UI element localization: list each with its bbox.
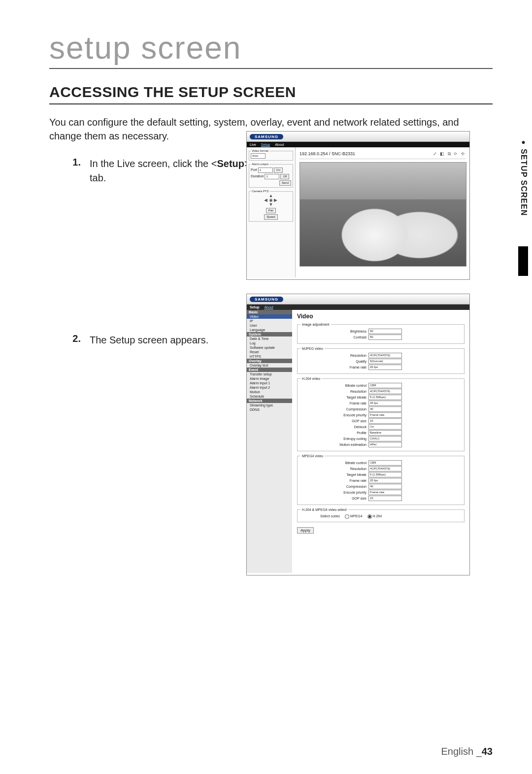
- nav-item-video[interactable]: Video: [247, 314, 292, 319]
- brand-bar: SAMSUNG: [247, 294, 469, 304]
- step-text: The Setup screen appears.: [90, 333, 252, 347]
- h264-entropy-select[interactable]: CAVLC: [368, 436, 402, 441]
- footer-language: English: [441, 746, 473, 757]
- nav-item-streaming-type[interactable]: Streaming type: [247, 403, 292, 407]
- h264-entropy-label: Entropy coding: [343, 437, 366, 440]
- nav-item-alarm-input-1[interactable]: Alarm input 1: [247, 381, 292, 385]
- tab-about[interactable]: About: [275, 143, 284, 146]
- ptz-pan-button[interactable]: Pan: [266, 208, 276, 213]
- tab-setup[interactable]: Setup: [250, 305, 259, 309]
- ptz-speed-button[interactable]: Speed: [264, 214, 277, 220]
- side-tab-label: SETUP SCREEN: [519, 138, 528, 216]
- tab-setup[interactable]: Setup: [261, 143, 270, 146]
- video-format-select[interactable]: Auto: [251, 153, 266, 159]
- contrast-label: Contrast: [354, 336, 366, 339]
- alarm-on-button[interactable]: On: [274, 168, 283, 173]
- h264-motion-est-select[interactable]: HPel: [368, 442, 402, 447]
- image-adjustment-group: Image adjustment Brightness50 Contrast50: [297, 323, 465, 344]
- alarm-off-button[interactable]: Off: [280, 174, 289, 179]
- section-title: ACCESSING THE SETUP SCREEN: [49, 84, 493, 104]
- mpeg4-bitrate-control-select[interactable]: CBR: [368, 460, 402, 466]
- mpeg4-encode-priority-select[interactable]: Frame rate: [368, 490, 402, 495]
- page-footer: English _43: [441, 746, 493, 757]
- mpeg4-framerate-select[interactable]: 25 fps: [368, 478, 402, 483]
- nav-item-ip[interactable]: IP: [247, 319, 292, 323]
- nav-group-basic: Basic: [247, 310, 292, 314]
- h264-deblock-label: Deblock: [354, 425, 366, 429]
- video-format-group: Video format Auto: [249, 149, 293, 161]
- brightness-label: Brightness: [350, 330, 366, 333]
- nav-item-alarm-input-2[interactable]: Alarm input 2: [247, 385, 292, 390]
- brightness-select[interactable]: 50: [368, 329, 402, 334]
- ptz-pad[interactable]: ▲◀ ◉ ▶▼: [251, 194, 291, 207]
- nav-item-reset[interactable]: Reset: [247, 350, 292, 354]
- mjpeg-quality-select[interactable]: 5(Normal): [368, 359, 402, 364]
- mpeg4-gop-select[interactable]: 15: [368, 496, 402, 501]
- nav-item-datetime[interactable]: Date & Time: [247, 337, 292, 341]
- nav-item-transfer-setup[interactable]: Transfer setup: [247, 372, 292, 376]
- nav-item-ddns[interactable]: DDNS: [247, 407, 292, 412]
- nav-item-language[interactable]: Language: [247, 328, 292, 332]
- step-1-bold: Setup: [217, 158, 244, 169]
- contrast-select[interactable]: 50: [368, 335, 402, 340]
- codec-mpeg4-text: MPEG4: [350, 514, 363, 518]
- apply-button[interactable]: Apply: [297, 527, 314, 534]
- alarm-output-legend: Alarm output: [251, 163, 269, 166]
- nav-item-motion[interactable]: Motion: [247, 390, 292, 394]
- nav-item-software-update[interactable]: Software update: [247, 345, 292, 350]
- alarm-port-select[interactable]: 1: [258, 168, 273, 173]
- setup-tabs: Setup About: [247, 304, 469, 310]
- alarm-output-group: Alarm output Port 1 On Duration 1 Off Se…: [249, 163, 293, 188]
- nav-group-system: System: [247, 332, 292, 337]
- h264-gop-label: GOP size: [352, 419, 366, 423]
- mjpeg-framerate-label: Frame rate: [350, 366, 366, 369]
- mpeg4-legend: MPEG4 video: [300, 454, 325, 458]
- codec-h264-text: H.264: [373, 514, 382, 518]
- alarm-duration-select[interactable]: 1: [265, 174, 279, 179]
- mpeg4-compression-select[interactable]: 40: [368, 484, 402, 489]
- mjpeg-resolution-select[interactable]: 4CIF(704X576): [368, 353, 402, 358]
- h264-target-bitrate-select[interactable]: 5 (1.5Mbps): [368, 395, 402, 400]
- live-source-title: 192.168.0.254 / SNC-B2331: [299, 151, 355, 157]
- nav-item-alarm-image[interactable]: Alarm image: [247, 376, 292, 381]
- codec-mpeg4-radio[interactable]: [345, 514, 349, 519]
- mpeg4-resolution-select[interactable]: 4CIF(704X576): [368, 466, 402, 471]
- image-adjustment-legend: Image adjustment: [300, 323, 331, 326]
- codec-select-label: Select codec: [320, 514, 340, 518]
- video-format-legend: Video format: [251, 149, 269, 152]
- nav-item-overlay-text[interactable]: Overlay text: [247, 363, 292, 368]
- nav-group-overlay: Overlay: [247, 359, 292, 363]
- h264-compression-select[interactable]: 40: [368, 406, 402, 412]
- tab-about[interactable]: About: [264, 305, 273, 309]
- h264-legend: H.264 video: [300, 377, 322, 380]
- h264-bitrate-control-select[interactable]: CBR: [368, 383, 402, 388]
- tab-live[interactable]: Live: [250, 143, 256, 146]
- h264-framerate-select[interactable]: 25 fps: [368, 401, 402, 406]
- mjpeg-framerate-select[interactable]: 25 fps: [368, 365, 402, 370]
- nav-group-event: Event: [247, 368, 292, 372]
- brand-bar: SAMSUNG: [247, 132, 469, 142]
- nav-item-user[interactable]: User: [247, 323, 292, 328]
- h264-encode-priority-select[interactable]: Frame rate: [368, 412, 402, 418]
- h264-target-bitrate-label: Target bitrate: [346, 396, 366, 399]
- h264-resolution-select[interactable]: 4CIF(704X576): [368, 389, 402, 394]
- nav-item-log[interactable]: Log: [247, 341, 292, 345]
- alarm-send-button[interactable]: Send: [279, 180, 291, 186]
- mpeg4-target-bitrate-select[interactable]: 5 (1.5Mbps): [368, 472, 402, 477]
- h264-gop-select[interactable]: 15: [368, 418, 402, 424]
- h264-resolution-label: Resolution: [350, 390, 366, 393]
- h264-group: H.264 video Bitrate controlCBR Resolutio…: [297, 377, 465, 451]
- live-toolbar-icons[interactable]: ⤢ ◧ ⧉ ⟳ ✣: [433, 151, 466, 157]
- ptz-legend: Camera PTZ: [251, 190, 269, 193]
- chapter-title: setup screen: [49, 30, 493, 69]
- codec-h264-radio[interactable]: [367, 514, 372, 519]
- h264-profile-select[interactable]: Baseline: [368, 430, 402, 436]
- step-text: In the Live screen, click the <Setup> ta…: [90, 157, 252, 185]
- nav-item-https[interactable]: HTTPS: [247, 354, 292, 359]
- h264-deblock-select[interactable]: On: [368, 424, 402, 430]
- mjpeg-legend: MJPEG video: [300, 347, 325, 350]
- footer-page-number: 43: [482, 746, 493, 757]
- codec-select-legend: H.264 & MPEG4 video select: [300, 508, 348, 511]
- nav-group-network: Network: [247, 399, 292, 403]
- nav-item-schedule[interactable]: Schedule: [247, 394, 292, 399]
